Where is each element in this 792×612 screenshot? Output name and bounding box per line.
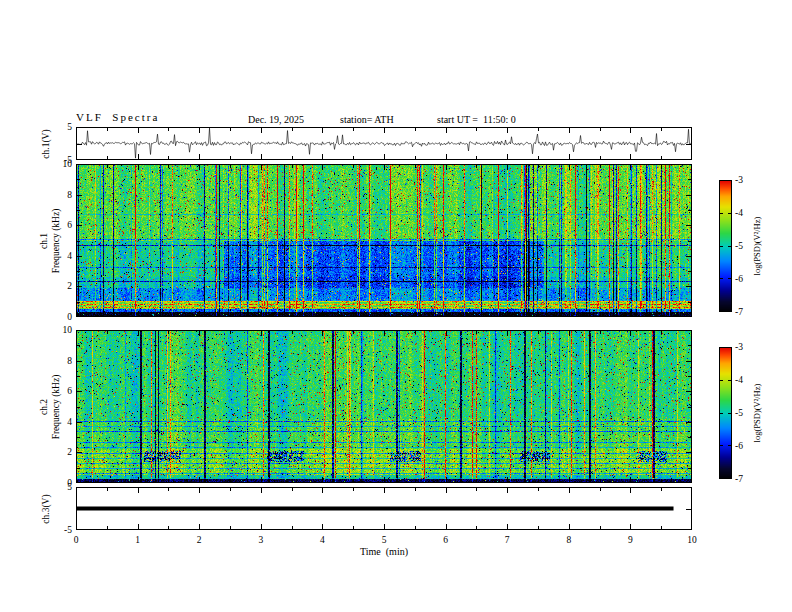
colorbar-tick-label: -7: [735, 473, 743, 485]
colorbar-tick-label: -6: [735, 273, 743, 285]
ch1-volt-tick-label: -5: [46, 154, 72, 166]
colorbar-tick-label: -4: [735, 374, 743, 386]
start-ut-label: start UT = 11:50: 0: [437, 114, 516, 126]
ch2-colorbar: [719, 347, 732, 479]
ch1-freq-tick-label: 0: [46, 311, 72, 323]
ch1-colorbar-label: log(PSD)(V²/Hz): [751, 176, 763, 316]
ch3-volt-tick-label: -5: [46, 524, 72, 536]
x-axis-title: Time (min): [360, 546, 408, 558]
x-tick-label: 7: [505, 534, 510, 546]
ch2-colorbar-label: log(PSD)(V²/Hz): [751, 343, 763, 483]
figure-title: VLF Spectra: [76, 111, 159, 123]
ch3-waveform-plot: [76, 487, 692, 530]
x-tick-label: 5: [382, 534, 387, 546]
colorbar-tick-label: -3: [735, 174, 743, 186]
ch2-freq-tick-label: 2: [46, 446, 72, 458]
x-tick-label: 4: [320, 534, 325, 546]
colorbar-tick-label: -4: [735, 207, 743, 219]
ch1-waveform-plot: [76, 127, 692, 160]
ch1-freq-tick-label: 8: [46, 189, 72, 201]
vlf-spectra-figure: VLF Spectra Dec. 19, 2025 station= ATH s…: [0, 0, 792, 612]
ch1-freq-tick-label: 4: [46, 250, 72, 262]
colorbar-tick-label: -7: [735, 306, 743, 318]
x-tick-label: 0: [74, 534, 79, 546]
ch1-colorbar: [719, 180, 732, 312]
ch3-volt-tick-label: 5: [46, 481, 72, 493]
ch2-freq-tick-label: 4: [46, 416, 72, 428]
ch1-freq-tick-label: 2: [46, 280, 72, 292]
date-label: Dec. 19, 2025: [248, 114, 304, 126]
ch3-ylabel: ch.3(V): [40, 439, 52, 579]
x-tick-label: 1: [135, 534, 140, 546]
ch1-freq-tick-label: 6: [46, 219, 72, 231]
colorbar-tick-label: -5: [735, 240, 743, 252]
colorbar-tick-label: -3: [735, 341, 743, 353]
ch2-freq-tick-label: 10: [46, 324, 72, 336]
ch2-freq-tick-label: 6: [46, 385, 72, 397]
ch2-spectrogram-plot: [76, 330, 692, 483]
x-tick-label: 10: [687, 534, 697, 546]
x-tick-label: 3: [258, 534, 263, 546]
x-tick-label: 6: [443, 534, 448, 546]
colorbar-tick-label: -6: [735, 440, 743, 452]
colorbar-tick-label: -5: [735, 407, 743, 419]
ch1-spectrogram-plot: [76, 164, 692, 317]
ch1-volt-tick-label: 5: [46, 121, 72, 133]
station-label: station= ATH: [340, 114, 394, 126]
x-tick-label: 2: [197, 534, 202, 546]
ch2-freq-tick-label: 8: [46, 355, 72, 367]
x-tick-label: 8: [566, 534, 571, 546]
x-tick-label: 9: [628, 534, 633, 546]
